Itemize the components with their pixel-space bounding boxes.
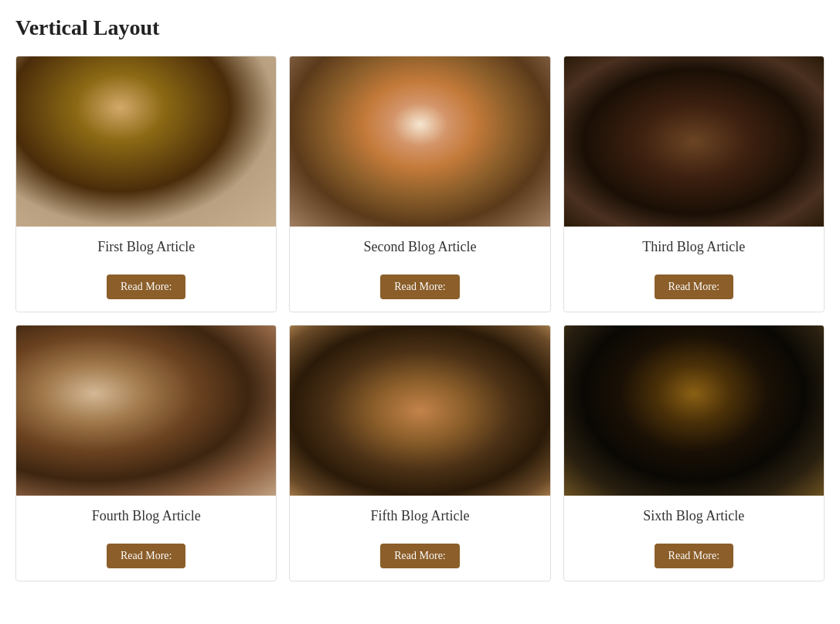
article-card-third: Third Blog ArticleRead More: bbox=[563, 56, 825, 312]
article-image-second bbox=[290, 56, 549, 227]
article-image-first bbox=[16, 56, 276, 227]
article-card-first: First Blog ArticleRead More: bbox=[15, 56, 277, 312]
article-image-fourth bbox=[16, 326, 276, 496]
read-more-button-first[interactable]: Read More: bbox=[107, 274, 185, 299]
article-body-second: Second Blog ArticleRead More: bbox=[290, 227, 549, 312]
article-card-fifth: Fifth Blog ArticleRead More: bbox=[289, 325, 550, 581]
page-title: Vertical Layout bbox=[15, 15, 825, 40]
article-card-fourth: Fourth Blog ArticleRead More: bbox=[15, 325, 277, 581]
article-image-third bbox=[564, 56, 824, 227]
articles-grid: First Blog ArticleRead More:Second Blog … bbox=[15, 56, 825, 581]
read-more-button-fourth[interactable]: Read More: bbox=[107, 544, 185, 568]
article-image-sixth bbox=[564, 326, 824, 496]
article-title-sixth: Sixth Blog Article bbox=[643, 508, 744, 524]
article-title-fourth: Fourth Blog Article bbox=[92, 508, 201, 524]
read-more-button-second[interactable]: Read More: bbox=[380, 274, 459, 299]
read-more-button-sixth[interactable]: Read More: bbox=[655, 544, 733, 568]
article-body-fifth: Fifth Blog ArticleRead More: bbox=[290, 496, 549, 581]
article-body-fourth: Fourth Blog ArticleRead More: bbox=[16, 496, 276, 581]
read-more-button-fifth[interactable]: Read More: bbox=[380, 544, 459, 568]
article-title-third: Third Blog Article bbox=[642, 239, 745, 255]
article-body-first: First Blog ArticleRead More: bbox=[16, 227, 276, 312]
article-title-second: Second Blog Article bbox=[364, 239, 477, 255]
article-body-third: Third Blog ArticleRead More: bbox=[564, 227, 824, 312]
article-title-first: First Blog Article bbox=[97, 239, 195, 255]
article-card-second: Second Blog ArticleRead More: bbox=[289, 56, 550, 312]
article-card-sixth: Sixth Blog ArticleRead More: bbox=[563, 325, 825, 581]
article-body-sixth: Sixth Blog ArticleRead More: bbox=[564, 496, 824, 581]
article-title-fifth: Fifth Blog Article bbox=[370, 508, 469, 524]
article-image-fifth bbox=[290, 326, 549, 496]
read-more-button-third[interactable]: Read More: bbox=[655, 274, 733, 299]
